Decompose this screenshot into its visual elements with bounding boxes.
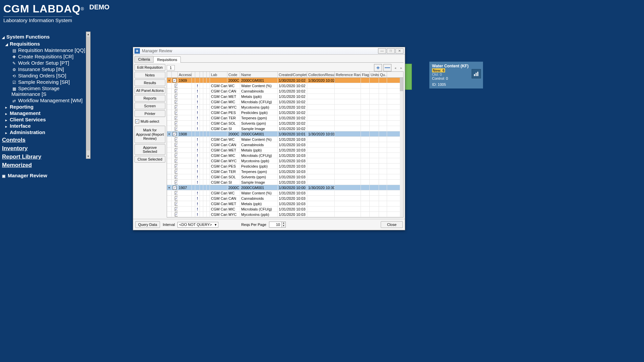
grid-child-row[interactable]: ✓!CGM Can…WCWater Content (%)1/31/2020 1… bbox=[167, 137, 403, 142]
nav-root[interactable]: Memorized bbox=[2, 162, 89, 169]
row-checkbox[interactable]: ✓ bbox=[175, 143, 178, 147]
grid-child-row[interactable]: ✓!CGM Can…PESPesticides (ppb)1/31/2020 1… bbox=[167, 164, 403, 169]
nav-root[interactable]: Controls bbox=[2, 136, 89, 144]
mark-for-approval-button[interactable]: Mark for Approval (Report Review) bbox=[135, 126, 165, 143]
grid-child-row[interactable]: ✓!CGM Can…WCWater Content (%)1/31/2020 1… bbox=[167, 83, 403, 88]
row-checkbox[interactable]: ✓ bbox=[173, 132, 176, 136]
grid-scroll-thumb[interactable] bbox=[400, 78, 403, 91]
nav-requisitions[interactable]: ◢Requisitions bbox=[5, 41, 89, 47]
close-selected-button[interactable]: Close Selected bbox=[135, 156, 165, 163]
spin-up-icon[interactable]: ▲ bbox=[281, 222, 285, 225]
grid-parent-row[interactable]: ▾✓19092000C…2000CGM0011/30/2020 10:021/3… bbox=[167, 78, 403, 83]
row-checkbox[interactable]: ✓ bbox=[175, 111, 178, 115]
tab-requisitions[interactable]: Requisitions bbox=[153, 56, 181, 63]
dock-tab[interactable] bbox=[405, 64, 412, 90]
row-checkbox[interactable]: ✓ bbox=[175, 148, 178, 152]
row-checkbox[interactable]: ✓ bbox=[175, 175, 178, 179]
row-checkbox[interactable]: ✓ bbox=[175, 213, 178, 217]
notes-button[interactable]: Notes bbox=[135, 72, 165, 78]
row-checkbox[interactable]: ✓ bbox=[175, 137, 178, 141]
screen-button[interactable]: Screen bbox=[135, 103, 165, 109]
grid-parent-row[interactable]: ▾✓19082000C…2000CGM0011/30/2020 10:011/3… bbox=[167, 131, 403, 137]
scroll-down-icon[interactable]: ▼ bbox=[86, 154, 90, 159]
dialog-titlebar[interactable]: ▦ Manager Review — □ ✕ bbox=[133, 47, 405, 55]
col-name[interactable]: Name bbox=[240, 72, 278, 77]
grid-child-row[interactable]: ✓!CGM Can…SISample Image1/31/2020 10:03 … bbox=[167, 180, 403, 185]
col-units[interactable]: Units bbox=[370, 72, 379, 77]
grid-child-row[interactable]: ✓!CGM Can…SISample Image1/31/2020 10:02 … bbox=[167, 126, 403, 131]
row-checkbox[interactable]: ✓ bbox=[175, 191, 178, 195]
reqs-per-page-input[interactable]: 10 ▲▼ bbox=[269, 222, 286, 228]
grid-child-row[interactable]: ✓!CGM Can…MYCMycotoxins (ppb)1/31/2020 1… bbox=[167, 158, 403, 164]
grid-child-row[interactable]: ✓!CGM Can…TERTerpenes (ppm)1/31/2020 10:… bbox=[167, 169, 403, 174]
nav-section[interactable]: ▸Interface bbox=[5, 123, 89, 129]
grid-child-row[interactable]: ✓!CGM Can…CANCannabinoids1/31/2020 10:02… bbox=[167, 88, 403, 94]
all-panel-actions-button[interactable]: All Panel Actions bbox=[135, 87, 165, 94]
row-checkbox[interactable]: ✓ bbox=[175, 116, 178, 120]
nav-item[interactable]: ☑Sample Receiving [SR] bbox=[11, 79, 89, 85]
col-lab[interactable]: Lab bbox=[210, 72, 227, 77]
nav-item[interactable]: ▤Requisition Maintenance [QQ] bbox=[11, 47, 89, 53]
grid-scrollbar[interactable] bbox=[400, 78, 403, 217]
grid-child-row[interactable]: ✓!CGM Can…CANCannabinoids1/31/2020 10:03… bbox=[167, 142, 403, 147]
nav-next-icon[interactable]: ▸ bbox=[399, 66, 404, 70]
results-button[interactable]: Results bbox=[135, 79, 165, 86]
nav-item[interactable]: ✎Work Order Setup [PT] bbox=[11, 60, 89, 66]
grid-child-row[interactable]: ✓!CGM Can…MYCMycotoxins (ppb)1/31/2020 1… bbox=[167, 105, 403, 110]
scroll-up-icon[interactable]: ▲ bbox=[86, 32, 90, 37]
grid-parent-row[interactable]: ▾✓19072000C…2000CGM0011/30/2020 10:001/3… bbox=[167, 185, 403, 190]
minimize-button[interactable]: — bbox=[378, 48, 386, 54]
reports-button[interactable]: Reports bbox=[135, 95, 165, 102]
close-window-button[interactable]: ✕ bbox=[395, 48, 404, 54]
nav-item[interactable]: ⇄Workflow Management [WM] bbox=[11, 97, 89, 104]
col-refrange[interactable]: Reference Range bbox=[335, 72, 361, 77]
grid-child-row[interactable]: ✓!CGM Can…METMetals (ppb)1/31/2020 10:02… bbox=[167, 94, 403, 99]
grid-child-row[interactable]: ✓!CGM Can…TERTerpenes (ppm)1/31/2020 10:… bbox=[167, 115, 403, 121]
close-button[interactable]: Close bbox=[381, 221, 403, 228]
row-checkbox[interactable]: ✓ bbox=[175, 202, 178, 206]
nav-section[interactable]: ▸Administration bbox=[5, 129, 89, 135]
nav-item[interactable]: ⚙Insurance Setup [IN] bbox=[11, 66, 89, 72]
page-tab-1[interactable]: 1 bbox=[167, 65, 175, 70]
grid-child-row[interactable]: ✓!CGM Can…MYCMycotoxins (ppb)1/31/2020 1… bbox=[167, 212, 403, 217]
grid-child-row[interactable]: ✓!CGM Can…MICMicrobials (CFU/g)1/31/2020… bbox=[167, 153, 403, 158]
sidebar-scrollbar[interactable]: ▲ ▼ bbox=[86, 32, 91, 159]
row-checkbox[interactable]: ✓ bbox=[175, 95, 178, 99]
add-button[interactable]: ＋ bbox=[374, 64, 382, 71]
interval-select[interactable]: <DO NOT QUERY>▾ bbox=[177, 222, 218, 228]
remove-button[interactable]: — bbox=[383, 64, 391, 71]
grid-child-row[interactable]: ✓!CGM Can…MICMicrobials (CFU/g)1/31/2020… bbox=[167, 99, 403, 105]
row-checkbox[interactable]: ✓ bbox=[173, 78, 176, 82]
grid-child-row[interactable]: ✓!CGM Can…CANCannabinoids1/31/2020 10:03… bbox=[167, 196, 403, 201]
nav-item[interactable]: ▦Specimen Storage Maintenance [S bbox=[11, 85, 89, 97]
row-checkbox[interactable]: ✓ bbox=[175, 89, 178, 93]
col-code[interactable]: Code bbox=[227, 72, 240, 77]
col-created[interactable]: Created/Complete… bbox=[278, 72, 307, 77]
grid-child-row[interactable]: ✓!CGM Can…PESPesticides (ppb)1/31/2020 1… bbox=[167, 110, 403, 115]
spin-down-icon[interactable]: ▼ bbox=[281, 225, 285, 227]
col-collection[interactable]: Collection/Result bbox=[307, 72, 335, 77]
nav-section[interactable]: ▸Reporting bbox=[5, 104, 89, 110]
tab-criteria[interactable]: Criteria bbox=[135, 56, 154, 62]
row-checkbox[interactable]: ✓ bbox=[175, 164, 178, 168]
nav-item[interactable]: ✚Create Requisitions [CR] bbox=[11, 53, 89, 60]
row-checkbox[interactable]: ✓ bbox=[175, 196, 178, 200]
grid-child-row[interactable]: ✓!CGM Can…METMetals (ppb)1/31/2020 10:03… bbox=[167, 147, 403, 153]
nav-section[interactable]: ▸Client Services bbox=[5, 116, 89, 123]
row-checkbox[interactable]: ✓ bbox=[173, 186, 176, 190]
query-data-button[interactable]: Query Data bbox=[135, 221, 160, 228]
row-checkbox[interactable]: ✓ bbox=[175, 100, 178, 104]
nav-root[interactable]: Inventory bbox=[2, 145, 89, 152]
row-checkbox[interactable]: ✓ bbox=[175, 84, 178, 88]
nav-section[interactable]: ▸Management bbox=[5, 110, 89, 116]
nav-prev-icon[interactable]: ◂ bbox=[393, 66, 397, 70]
nav-item[interactable]: ⟲Standing Orders [SO] bbox=[11, 72, 89, 79]
col-accession[interactable]: Accession bbox=[178, 72, 192, 77]
row-checkbox[interactable]: ✓ bbox=[175, 180, 178, 184]
row-checkbox[interactable]: ✓ bbox=[175, 105, 178, 109]
col-qu[interactable]: Qu… bbox=[379, 72, 387, 77]
row-checkbox[interactable]: ✓ bbox=[175, 154, 178, 158]
grid-child-row[interactable]: ✓!CGM Can…METMetals (ppb)1/31/2020 10:03… bbox=[167, 201, 403, 206]
grid-child-row[interactable]: ✓!CGM Can…WCWater Content (%)1/31/2020 1… bbox=[167, 190, 403, 196]
edit-requisition-button[interactable]: Edit Requisition bbox=[135, 64, 165, 71]
